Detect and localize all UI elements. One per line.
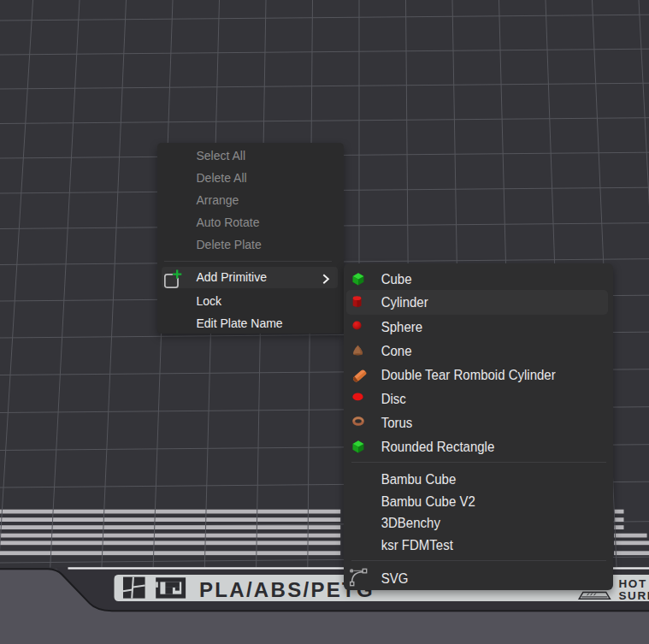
svg-text:HOT: HOT <box>619 577 647 590</box>
svg-text:SURFACE: SURFACE <box>619 589 649 602</box>
